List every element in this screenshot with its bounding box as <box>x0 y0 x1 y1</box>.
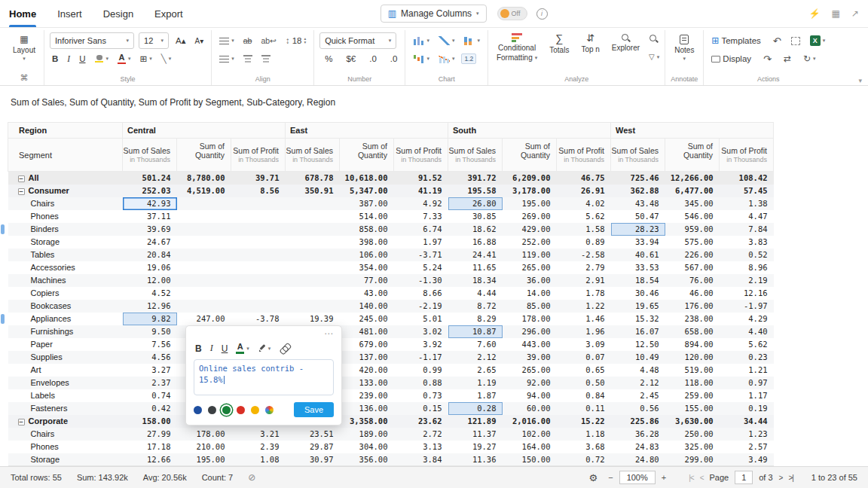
note-color-dot[interactable] <box>237 406 245 414</box>
row-label-appliances[interactable]: Appliances <box>8 313 123 325</box>
cell[interactable] <box>286 274 340 287</box>
cell[interactable]: 8.72 <box>448 300 503 313</box>
cell[interactable]: 133.00 <box>340 377 394 389</box>
filter-button[interactable]: ▽▾ <box>649 53 659 61</box>
page-number-input[interactable]: 1 <box>735 471 753 484</box>
cell[interactable]: 29.87 <box>286 441 340 453</box>
cell[interactable] <box>286 236 340 249</box>
first-page-icon[interactable]: |< <box>689 474 693 482</box>
cell[interactable]: 119.00 <box>503 249 557 261</box>
cell[interactable] <box>231 197 286 210</box>
cell[interactable]: 4.44 <box>448 287 503 300</box>
cell[interactable]: 155.00 <box>665 402 720 415</box>
cell[interactable]: 140.00 <box>340 300 394 313</box>
cell[interactable]: 3.13 <box>394 441 448 453</box>
cell[interactable]: 41.19 <box>394 185 448 197</box>
cell[interactable]: 0.28 <box>448 402 503 415</box>
redo-button[interactable]: ↷ <box>761 52 774 66</box>
cell[interactable]: 36.00 <box>503 274 557 287</box>
cell[interactable]: -1.30 <box>394 274 448 287</box>
cell[interactable]: 0.99 <box>394 364 448 377</box>
cell[interactable] <box>231 236 286 249</box>
measure-header[interactable]: Sum of Profitin Thousands <box>720 139 774 172</box>
cell[interactable] <box>286 249 340 261</box>
collapse-icon[interactable]: − <box>18 175 25 182</box>
cell[interactable] <box>177 287 231 300</box>
cell[interactable]: 858.00 <box>340 223 394 236</box>
cell[interactable] <box>286 261 340 274</box>
cell[interactable]: 959.00 <box>665 223 720 236</box>
cell[interactable]: 9.50 <box>123 325 177 338</box>
cell[interactable]: 12.00 <box>123 274 177 287</box>
export-excel-button[interactable]: X▾ <box>808 34 828 47</box>
layout-button[interactable]: ▦ Layout ▾ <box>10 32 38 63</box>
save-button[interactable]: Save <box>294 402 334 417</box>
cell[interactable]: 1.58 <box>557 223 611 236</box>
note-color-dot[interactable] <box>251 406 259 414</box>
font-color-button[interactable]: A ▾ <box>115 52 133 66</box>
cell[interactable]: 481.00 <box>340 325 394 338</box>
cell[interactable]: 5.24 <box>394 261 448 274</box>
cell[interactable]: 8.96 <box>720 261 774 274</box>
cell[interactable]: 3.68 <box>557 441 611 453</box>
cell[interactable]: -3.78 <box>231 313 286 325</box>
cell[interactable]: 3.09 <box>557 338 611 351</box>
cell[interactable]: 23.62 <box>394 415 448 428</box>
cell[interactable]: 2.37 <box>123 377 177 389</box>
cell[interactable]: 27.99 <box>123 428 177 441</box>
v-align-button[interactable]: ▾ <box>217 54 237 64</box>
cell[interactable]: 12.16 <box>720 287 774 300</box>
cell[interactable]: 94.00 <box>503 389 557 402</box>
cell[interactable]: 1.23 <box>720 428 774 441</box>
cell[interactable]: 5.62 <box>557 210 611 223</box>
cell[interactable]: 2.57 <box>720 441 774 453</box>
cell[interactable]: 2.19 <box>720 274 774 287</box>
shapes-button[interactable]: ╲▾ <box>159 52 173 66</box>
cell[interactable]: 226.00 <box>665 249 720 261</box>
cell[interactable]: 1.21 <box>720 364 774 377</box>
cell[interactable]: 30.46 <box>611 287 665 300</box>
row-label-tables[interactable]: Tables <box>8 249 123 261</box>
display-button[interactable]: Display <box>709 53 753 65</box>
cell[interactable]: 514.00 <box>340 210 394 223</box>
cell[interactable]: 12.96 <box>123 300 177 313</box>
note-color-dot[interactable] <box>222 406 231 414</box>
cell[interactable]: 15.32 <box>611 313 665 325</box>
cell[interactable]: 725.46 <box>611 172 665 185</box>
cell[interactable]: 325.00 <box>665 441 720 453</box>
cell[interactable]: 1.97 <box>394 236 448 249</box>
conditional-formatting-button[interactable]: Conditional Formatting▾ <box>494 32 540 63</box>
cell[interactable]: 247.00 <box>177 313 231 325</box>
cell[interactable]: 0.65 <box>557 364 611 377</box>
cell[interactable] <box>231 300 286 313</box>
tab-design[interactable]: Design <box>103 0 133 27</box>
row-label-phones[interactable]: Phones <box>8 210 123 223</box>
row-label-paper[interactable]: Paper <box>8 338 123 351</box>
next-page-icon[interactable]: > <box>779 474 783 482</box>
tab-export[interactable]: Export <box>154 0 183 27</box>
cell[interactable] <box>177 236 231 249</box>
cell[interactable]: 6.74 <box>394 223 448 236</box>
undo-button[interactable]: ↶ <box>771 34 784 48</box>
cell[interactable]: 225.86 <box>611 415 665 428</box>
italic-button[interactable]: I <box>210 343 213 354</box>
cell[interactable]: 10.49 <box>611 351 665 364</box>
cell[interactable]: 0.07 <box>557 351 611 364</box>
cell[interactable] <box>286 223 340 236</box>
cell[interactable]: 5.01 <box>394 313 448 325</box>
cell[interactable] <box>286 300 340 313</box>
cell[interactable]: 18.62 <box>448 223 503 236</box>
cell[interactable]: 4,519.00 <box>177 185 231 197</box>
cell[interactable]: 8.29 <box>448 313 503 325</box>
cell[interactable]: 30.85 <box>448 210 503 223</box>
fill-color-button[interactable]: ▾ <box>93 53 112 65</box>
cell[interactable]: 387.00 <box>340 197 394 210</box>
cell[interactable]: 2.65 <box>448 364 503 377</box>
bold-button[interactable]: B <box>50 53 60 65</box>
theme-icon[interactable]: ⌘ <box>10 72 38 85</box>
measure-header[interactable]: Sum of Quantity <box>665 139 720 172</box>
measure-header[interactable]: Sum of Salesin Thousands <box>448 139 503 172</box>
cell[interactable]: 195.00 <box>177 453 231 466</box>
cell[interactable]: 24.67 <box>123 236 177 249</box>
decrease-font-icon[interactable]: A▾ <box>192 35 206 47</box>
